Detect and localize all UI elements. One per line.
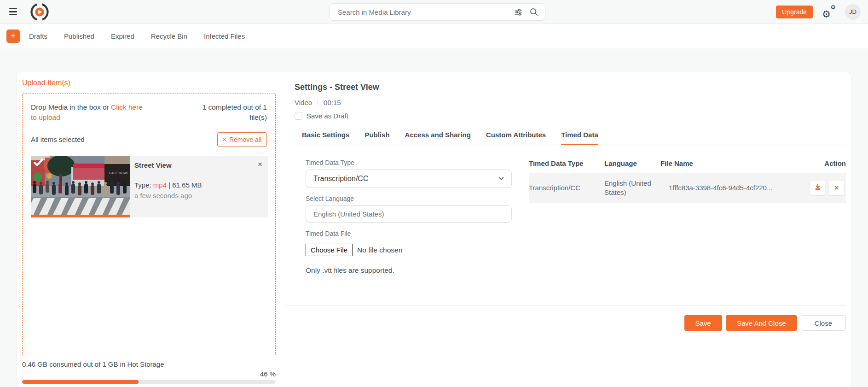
timed-data-form: Timed Data Type Transcription/CC Select …	[295, 159, 512, 275]
save-button[interactable]: Save	[684, 315, 722, 331]
timed-data-table: Timed Data Type Language File Name Actio…	[529, 159, 846, 275]
upload-progress-summary: 1 completed out of 1 file(s)	[198, 102, 267, 123]
timed-data-type-value: Transcription/CC	[313, 175, 498, 183]
storage-percent-label: 46 %	[22, 370, 276, 378]
settings-tabs: Basic Settings Publish Access and Sharin…	[295, 131, 846, 145]
cell-file-name: 1fffc83a-3398-4fc6-94d5-4cf220...	[660, 183, 797, 193]
content-card: Upload Item(s) Drop Media in the box or …	[17, 72, 851, 387]
add-media-button[interactable]: +	[6, 29, 20, 43]
filter-sliders-icon[interactable]	[514, 7, 523, 17]
settings-title: Settings - Street View	[295, 82, 846, 92]
all-items-selected-text: All items selected	[31, 135, 85, 143]
gear-icon: ⚙	[822, 9, 831, 20]
file-size: 61.65 MB	[172, 181, 202, 189]
timed-data-type-select[interactable]: Transcription/CC	[306, 170, 512, 188]
save-as-draft-row: Save as Draft	[295, 112, 846, 120]
search-input[interactable]	[338, 8, 507, 16]
close-icon: ×	[223, 136, 226, 143]
timed-data-type-label: Timed Data Type	[306, 159, 512, 166]
upload-panel: Upload Item(s) Drop Media in the box or …	[17, 72, 286, 387]
media-type-label: Video	[295, 99, 312, 106]
gear-icon: ⚙	[830, 4, 836, 11]
library-tabs: Drafts Published Expired Recycle Bin Inf…	[29, 32, 245, 40]
tab-basic-settings[interactable]: Basic Settings	[302, 131, 349, 145]
media-meta-row: Video 00:15	[295, 98, 846, 106]
remove-file-icon[interactable]: ×	[258, 160, 262, 168]
uploaded-file-item[interactable]: CAFÉ·ROWE	[31, 156, 268, 217]
file-type-label: Type:	[134, 181, 153, 189]
language-input[interactable]: English (United States)	[306, 205, 512, 223]
tab-drafts[interactable]: Drafts	[29, 32, 47, 40]
user-avatar[interactable]: JD	[845, 4, 861, 20]
language-value: English (United States)	[313, 210, 384, 218]
file-separator: |	[167, 181, 172, 189]
tab-access-and-sharing[interactable]: Access and Sharing	[405, 131, 471, 145]
file-type-value: mp4	[153, 181, 167, 189]
cell-action: ×	[804, 181, 846, 195]
no-file-chosen-text: No file chosen	[357, 246, 402, 254]
col-header-language: Language	[604, 159, 654, 168]
tab-infected-files[interactable]: Infected Files	[204, 32, 245, 40]
remove-all-label: Remove all	[229, 136, 261, 143]
tab-publish[interactable]: Publish	[365, 131, 389, 145]
dropzone-instruction-text: Drop Media in the box or	[31, 103, 111, 111]
table-header-row: Timed Data Type Language File Name Actio…	[529, 159, 846, 173]
tab-timed-data[interactable]: Timed Data	[561, 131, 598, 145]
media-duration: 00:15	[324, 99, 341, 106]
save-and-close-button[interactable]: Save And Close	[726, 315, 797, 331]
file-input-row: Choose File No file chosen	[306, 244, 512, 256]
footer-divider	[286, 305, 846, 305]
file-info: Street View × Type: mp4 | 61.65 MB a few…	[130, 156, 268, 217]
app-logo[interactable]	[29, 2, 50, 22]
save-as-draft-label[interactable]: Save as Draft	[307, 112, 348, 120]
save-as-draft-checkbox[interactable]	[295, 112, 302, 120]
video-thumbnail: CAFÉ·ROWE	[31, 156, 130, 217]
library-nav-row: + Drafts Published Expired Recycle Bin I…	[0, 24, 868, 48]
settings-gears-icon[interactable]: ⚙ ⚙	[822, 5, 836, 19]
settings-panel: Settings - Street View Video 00:15 Save …	[286, 72, 851, 387]
upload-panel-title: Upload Item(s)	[22, 79, 286, 87]
file-uploaded-ago: a few seconds ago	[134, 192, 261, 199]
tab-expired[interactable]: Expired	[111, 32, 134, 40]
close-button[interactable]: Close	[801, 315, 846, 331]
download-icon	[814, 183, 822, 192]
file-type-size: Type: mp4 | 61.65 MB	[134, 181, 261, 189]
col-header-type: Timed Data Type	[529, 159, 598, 168]
tab-published[interactable]: Published	[64, 32, 94, 40]
hamburger-menu-icon[interactable]	[9, 6, 21, 18]
timed-data-file-label: Timed Data File	[306, 230, 512, 237]
footer-buttons: Save Save And Close Close	[295, 315, 846, 331]
upload-progress-bar	[31, 215, 130, 217]
storage-consumed-text: 0.46 GB consumed out of 1 GB in Hot Stor…	[22, 360, 276, 368]
select-language-label: Select Language	[306, 195, 512, 202]
upgrade-button[interactable]: Upgrade	[776, 6, 813, 18]
tab-custom-attributes[interactable]: Custom Attributes	[486, 131, 546, 145]
cell-language: English (United States)	[604, 179, 654, 198]
table-row: Transcription/CC English (United States)…	[529, 173, 846, 204]
vtt-hint-text: Only .vtt files are supported.	[306, 266, 512, 275]
storage-progress-fill	[22, 380, 139, 384]
delete-button[interactable]: ×	[829, 181, 844, 195]
storage-meter: 0.46 GB consumed out of 1 GB in Hot Stor…	[22, 360, 276, 384]
cell-type: Transcription/CC	[529, 183, 598, 193]
svg-text:CAFÉ·ROWE: CAFÉ·ROWE	[109, 171, 129, 175]
search-bar	[330, 3, 545, 21]
col-header-file-name: File Name	[660, 159, 797, 168]
choose-file-button[interactable]: Choose File	[306, 244, 353, 256]
top-bar: Upgrade ⚙ ⚙ JD	[0, 0, 868, 24]
meta-separator	[318, 98, 318, 106]
media-dropzone[interactable]: Drop Media in the box or Click here to u…	[22, 94, 276, 355]
tab-recycle-bin[interactable]: Recycle Bin	[151, 32, 187, 40]
col-header-action: Action	[804, 159, 846, 168]
download-button[interactable]	[810, 181, 825, 195]
file-name: Street View	[134, 161, 261, 169]
dropzone-instruction: Drop Media in the box or Click here to u…	[31, 102, 146, 123]
storage-progress-track	[22, 380, 276, 384]
delete-x-icon: ×	[834, 184, 839, 192]
chevron-down-icon	[498, 175, 505, 183]
search-icon[interactable]	[529, 7, 538, 17]
remove-all-button[interactable]: × Remove all	[217, 132, 267, 147]
